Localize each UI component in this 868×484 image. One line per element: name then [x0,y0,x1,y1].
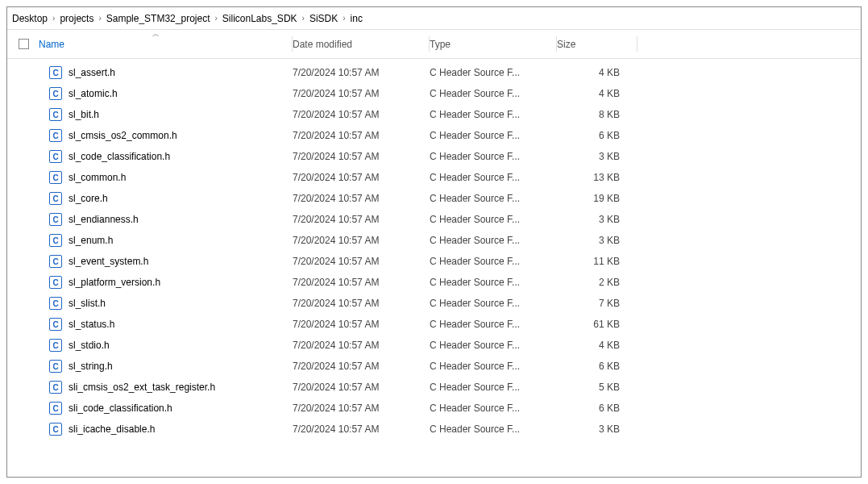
file-size-cell: 2 KB [557,277,638,288]
chevron-right-icon: › [52,14,55,23]
file-name-cell: Csl_core.h [19,192,293,205]
sort-indicator-icon: ︿ [152,29,160,40]
chevron-right-icon: › [302,14,305,23]
c-header-file-icon: C [49,66,62,79]
c-header-file-icon: C [49,87,62,100]
file-row[interactable]: Csl_assert.h7/20/2024 10:57 AMC Header S… [7,62,861,83]
column-size-label: Size [557,39,575,50]
file-size-cell: 3 KB [557,235,638,246]
file-date-cell: 7/20/2024 10:57 AM [293,382,430,393]
column-divider[interactable] [637,36,638,52]
file-name: sl_slist.h [69,298,106,309]
file-row[interactable]: Csl_endianness.h7/20/2024 10:57 AMC Head… [7,209,861,230]
c-header-file-icon: C [49,297,62,310]
file-type-cell: C Header Source F... [430,403,557,414]
file-type-cell: C Header Source F... [430,298,557,309]
file-row[interactable]: Csl_platform_version.h7/20/2024 10:57 AM… [7,272,861,293]
file-row[interactable]: Csl_string.h7/20/2024 10:57 AMC Header S… [7,356,861,377]
file-date-cell: 7/20/2024 10:57 AM [293,424,430,435]
file-name-cell: Csl_assert.h [19,66,293,79]
file-name-cell: Csli_cmsis_os2_ext_task_register.h [19,381,293,394]
file-date-cell: 7/20/2024 10:57 AM [293,298,430,309]
file-name: sl_platform_version.h [69,277,160,288]
file-type-cell: C Header Source F... [430,88,557,99]
file-name: sl_bit.h [69,109,99,120]
file-name: sl_endianness.h [69,214,139,225]
file-row[interactable]: Csl_stdio.h7/20/2024 10:57 AMC Header So… [7,335,861,356]
file-row[interactable]: Csli_cmsis_os2_ext_task_register.h7/20/2… [7,377,861,398]
file-size-cell: 19 KB [557,193,638,204]
c-header-file-icon: C [49,381,62,394]
file-size-cell: 3 KB [557,151,638,162]
breadcrumb-item[interactable]: inc [351,13,363,24]
breadcrumb-item[interactable]: Desktop [12,13,48,24]
select-all-checkbox[interactable] [19,39,29,49]
breadcrumb-item[interactable]: SiliconLabs_SDK [222,13,297,24]
file-type-cell: C Header Source F... [430,340,557,351]
file-name: sl_string.h [69,361,113,372]
file-date-cell: 7/20/2024 10:57 AM [293,67,430,78]
file-name-cell: Csl_code_classification.h [19,150,293,163]
column-type-label: Type [430,39,451,50]
breadcrumb-item[interactable]: projects [60,13,93,24]
chevron-right-icon: › [214,14,217,23]
file-name-cell: Csl_slist.h [19,297,293,310]
c-header-file-icon: C [49,171,62,184]
file-size-cell: 61 KB [557,319,638,330]
file-list[interactable]: Csl_assert.h7/20/2024 10:57 AMC Header S… [7,59,861,477]
file-date-cell: 7/20/2024 10:57 AM [293,403,430,414]
column-date-label: Date modified [293,39,352,50]
c-header-file-icon: C [49,255,62,268]
file-row[interactable]: Csl_bit.h7/20/2024 10:57 AMC Header Sour… [7,104,861,125]
column-headers: Name ︿ Date modified Type Size [7,30,861,59]
c-header-file-icon: C [49,339,62,352]
file-size-cell: 8 KB [557,109,638,120]
file-name-cell: Csl_common.h [19,171,293,184]
chevron-right-icon: › [98,14,101,23]
file-row[interactable]: Csl_cmsis_os2_common.h7/20/2024 10:57 AM… [7,125,861,146]
file-name: sl_stdio.h [69,340,110,351]
file-date-cell: 7/20/2024 10:57 AM [293,340,430,351]
file-row[interactable]: Csl_atomic.h7/20/2024 10:57 AMC Header S… [7,83,861,104]
file-row[interactable]: Csli_code_classification.h7/20/2024 10:5… [7,398,861,419]
column-header-size[interactable]: Size [557,30,638,58]
file-date-cell: 7/20/2024 10:57 AM [293,235,430,246]
file-row[interactable]: Csl_slist.h7/20/2024 10:57 AMC Header So… [7,293,861,314]
file-date-cell: 7/20/2024 10:57 AM [293,277,430,288]
column-header-date[interactable]: Date modified [293,30,430,58]
file-name-cell: Csl_bit.h [19,108,293,121]
file-row[interactable]: Csl_enum.h7/20/2024 10:57 AMC Header Sou… [7,230,861,251]
file-name: sl_assert.h [69,67,115,78]
column-header-type[interactable]: Type [430,30,557,58]
file-row[interactable]: Csl_common.h7/20/2024 10:57 AMC Header S… [7,167,861,188]
file-size-cell: 3 KB [557,214,638,225]
file-row[interactable]: Csl_code_classification.h7/20/2024 10:57… [7,146,861,167]
file-type-cell: C Header Source F... [430,67,557,78]
file-row[interactable]: Csl_event_system.h7/20/2024 10:57 AMC He… [7,251,861,272]
c-header-file-icon: C [49,234,62,247]
c-header-file-icon: C [49,423,62,436]
breadcrumb-item[interactable]: Sample_STM32_project [106,13,210,24]
file-name: sl_atomic.h [69,88,118,99]
file-row[interactable]: Csl_core.h7/20/2024 10:57 AMC Header Sou… [7,188,861,209]
file-name: sl_code_classification.h [69,151,170,162]
file-type-cell: C Header Source F... [430,214,557,225]
file-name-cell: Csl_atomic.h [19,87,293,100]
file-name-cell: Csli_code_classification.h [19,402,293,415]
file-type-cell: C Header Source F... [430,172,557,183]
file-name-cell: Csl_enum.h [19,234,293,247]
file-size-cell: 4 KB [557,67,638,78]
file-row[interactable]: Csli_icache_disable.h7/20/2024 10:57 AMC… [7,419,861,440]
breadcrumb-item[interactable]: SiSDK [309,13,338,24]
file-size-cell: 6 KB [557,403,638,414]
column-header-name[interactable]: Name ︿ [19,30,293,58]
file-row[interactable]: Csl_status.h7/20/2024 10:57 AMC Header S… [7,314,861,335]
file-name-cell: Csl_string.h [19,360,293,373]
c-header-file-icon: C [49,276,62,289]
file-name-cell: Csli_icache_disable.h [19,423,293,436]
c-header-file-icon: C [49,108,62,121]
file-size-cell: 11 KB [557,256,638,267]
file-name: sli_icache_disable.h [69,424,155,435]
file-date-cell: 7/20/2024 10:57 AM [293,88,430,99]
breadcrumb[interactable]: Desktop›projects›Sample_STM32_project›Si… [7,7,861,30]
